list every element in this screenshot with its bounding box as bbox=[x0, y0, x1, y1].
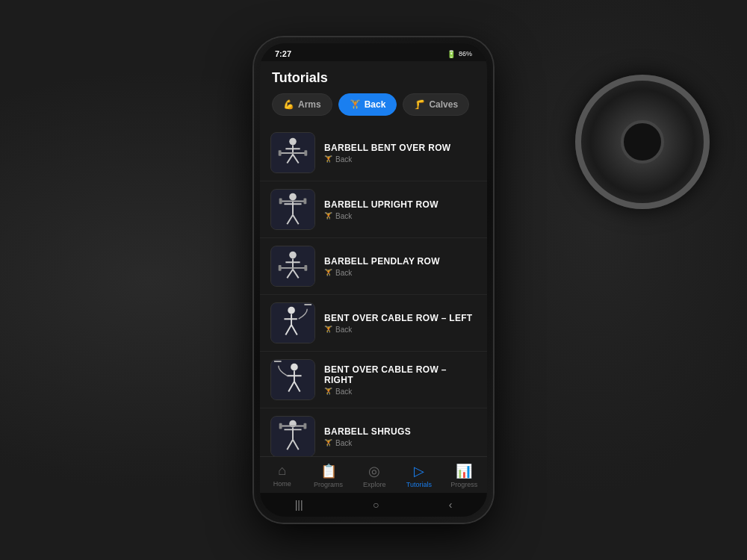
nav-programs[interactable]: 📋 Programs bbox=[308, 461, 349, 490]
calves-icon: 🦵 bbox=[414, 99, 425, 110]
svg-rect-26 bbox=[304, 265, 307, 271]
exercise-name: BARBELL UPRIGHT ROW bbox=[324, 199, 477, 210]
page-title: Tutorials bbox=[272, 70, 475, 86]
tab-calves[interactable]: 🦵 Calves bbox=[403, 93, 469, 116]
exercise-info: BENT OVER CABLE ROW – RIGHT 🏋 Back bbox=[324, 364, 477, 396]
exercise-info: BARBELL PENDLAY ROW 🏋 Back bbox=[324, 256, 477, 277]
svg-rect-25 bbox=[279, 265, 282, 271]
nav-programs-label: Programs bbox=[314, 481, 343, 488]
progress-icon: 📊 bbox=[456, 463, 472, 479]
app-header: Tutorials 💪 Arms 🏋 Back 🦵 bbox=[260, 61, 487, 125]
exercise-name: BARBELL BENT OVER ROW bbox=[324, 143, 477, 153]
svg-point-35 bbox=[291, 364, 298, 371]
app-content: Tutorials 💪 Arms 🏋 Back 🦵 bbox=[260, 61, 487, 517]
arms-icon: 💪 bbox=[283, 99, 294, 110]
svg-point-1 bbox=[289, 138, 297, 146]
list-item[interactable]: BARBELL SHRUGS 🏋 Back bbox=[260, 408, 487, 456]
filter-tabs: 💪 Arms 🏋 Back 🦵 Calves bbox=[272, 93, 475, 119]
nav-tutorials[interactable]: ▷ Tutorials bbox=[400, 461, 438, 490]
list-item[interactable]: BENT OVER CABLE ROW – LEFT 🏋 Back bbox=[260, 295, 487, 352]
list-item[interactable]: BARBELL UPRIGHT ROW 🏋 Back bbox=[260, 181, 487, 238]
exercise-name: BARBELL SHRUGS bbox=[324, 426, 477, 437]
svg-point-19 bbox=[289, 252, 297, 259]
explore-icon: ◎ bbox=[368, 463, 380, 479]
svg-rect-48 bbox=[279, 423, 282, 429]
svg-rect-16 bbox=[279, 199, 282, 205]
exercise-category: 🏋 Back bbox=[324, 326, 477, 334]
programs-icon: 📋 bbox=[320, 463, 337, 479]
tutorials-icon: ▷ bbox=[414, 463, 424, 479]
exercise-thumbnail bbox=[270, 132, 315, 173]
tab-arms[interactable]: 💪 Arms bbox=[272, 93, 332, 116]
nav-tutorials-label: Tutorials bbox=[406, 481, 432, 488]
android-back[interactable]: ‹ bbox=[449, 499, 453, 511]
exercise-info: BENT OVER CABLE ROW – LEFT 🏋 Back bbox=[324, 313, 477, 334]
category-icon: 🏋 bbox=[324, 326, 332, 333]
exercise-category: 🏋 Back bbox=[324, 388, 477, 396]
status-bar: 7:27 🔋 86% bbox=[260, 43, 487, 61]
list-item[interactable]: BENT OVER CABLE ROW – RIGHT 🏋 Back bbox=[260, 352, 487, 408]
svg-rect-7 bbox=[279, 150, 282, 156]
category-label: Back bbox=[335, 326, 352, 334]
status-time: 7:27 bbox=[275, 49, 291, 58]
exercise-name: BARBELL PENDLAY ROW bbox=[324, 256, 477, 267]
android-recents[interactable]: ||| bbox=[295, 499, 303, 511]
tab-calves-label: Calves bbox=[429, 99, 458, 110]
category-icon: 🏋 bbox=[324, 269, 332, 276]
nav-progress[interactable]: 📊 Progress bbox=[444, 461, 483, 490]
exercise-category: 🏋 Back bbox=[324, 269, 477, 277]
exercise-category: 🏋 Back bbox=[324, 212, 477, 220]
nav-progress-label: Progress bbox=[450, 481, 477, 488]
phone-device: 7:27 🔋 86% Tutorials 💪 Arms bbox=[254, 37, 493, 523]
exercise-thumbnail bbox=[270, 302, 315, 343]
category-icon: 🏋 bbox=[324, 212, 332, 220]
home-icon: ⌂ bbox=[278, 463, 286, 479]
svg-point-10 bbox=[289, 193, 297, 201]
status-icons: 🔋 86% bbox=[447, 50, 472, 58]
category-icon: 🏋 bbox=[324, 439, 332, 447]
svg-rect-8 bbox=[304, 150, 307, 156]
category-icon: 🏋 bbox=[324, 388, 332, 395]
battery-level: 86% bbox=[459, 50, 472, 57]
category-label: Back bbox=[335, 439, 352, 447]
category-label: Back bbox=[335, 155, 352, 164]
weight-plate-decoration bbox=[575, 75, 710, 209]
android-home[interactable]: ○ bbox=[373, 499, 379, 511]
exercise-thumbnail bbox=[270, 416, 315, 456]
category-icon: 🏋 bbox=[324, 155, 332, 163]
tab-back-label: Back bbox=[365, 99, 386, 110]
phone-body: 7:27 🔋 86% Tutorials 💪 Arms bbox=[254, 37, 493, 523]
exercise-category: 🏋 Back bbox=[324, 439, 477, 447]
nav-home[interactable]: ⌂ Home bbox=[264, 461, 301, 490]
category-label: Back bbox=[335, 212, 352, 220]
nav-home-label: Home bbox=[273, 480, 291, 488]
list-item[interactable]: BARBELL PENDLAY ROW 🏋 Back bbox=[260, 238, 487, 295]
exercise-info: BARBELL UPRIGHT ROW 🏋 Back bbox=[324, 199, 477, 220]
svg-rect-49 bbox=[303, 423, 306, 429]
nav-explore-label: Explore bbox=[363, 481, 386, 488]
exercise-list: BARBELL BENT OVER ROW 🏋 Back bbox=[260, 125, 487, 456]
phone-screen: 7:27 🔋 86% Tutorials 💪 Arms bbox=[260, 43, 487, 517]
android-nav: ||| ○ ‹ bbox=[260, 493, 487, 517]
exercise-info: BARBELL BENT OVER ROW 🏋 Back bbox=[324, 143, 477, 164]
bottom-nav: ⌂ Home 📋 Programs ◎ Explore ▷ Tutorials bbox=[260, 456, 487, 493]
tab-back[interactable]: 🏋 Back bbox=[338, 93, 397, 116]
exercise-thumbnail bbox=[270, 359, 315, 400]
exercise-name: BENT OVER CABLE ROW – LEFT bbox=[324, 313, 477, 323]
exercise-category: 🏋 Back bbox=[324, 155, 477, 164]
back-icon: 🏋 bbox=[350, 99, 361, 110]
exercise-name: BENT OVER CABLE ROW – RIGHT bbox=[324, 364, 477, 385]
svg-rect-17 bbox=[303, 199, 306, 205]
category-label: Back bbox=[335, 269, 352, 277]
battery-icon: 🔋 bbox=[447, 50, 456, 58]
nav-explore[interactable]: ◎ Explore bbox=[356, 461, 393, 490]
list-item[interactable]: BARBELL BENT OVER ROW 🏋 Back bbox=[260, 125, 487, 181]
exercise-info: BARBELL SHRUGS 🏋 Back bbox=[324, 426, 477, 447]
exercise-thumbnail bbox=[270, 189, 315, 230]
exercise-thumbnail bbox=[270, 246, 315, 287]
category-label: Back bbox=[335, 388, 352, 396]
tab-arms-label: Arms bbox=[298, 99, 321, 110]
svg-point-28 bbox=[288, 307, 295, 314]
